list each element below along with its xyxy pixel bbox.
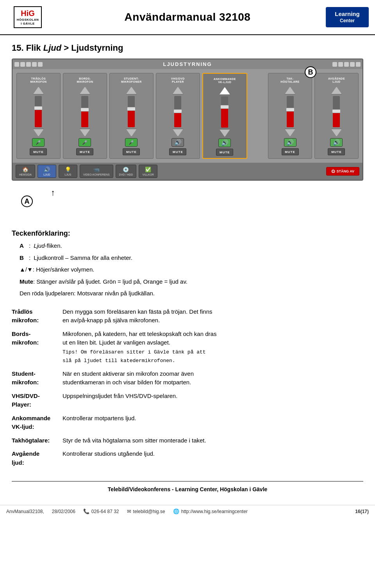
dot6 (332, 62, 337, 67)
channel-6-slider[interactable] (287, 96, 294, 127)
ui-diagram-wrapper: B LJUDSTYRNING (12, 59, 363, 210)
email-icon: ✉ (127, 508, 131, 514)
video-label: VIDEO-KONFERENS (83, 173, 110, 176)
channel-5-knob[interactable] (220, 105, 229, 109)
nav-ljud[interactable]: 🔊 LJUD (38, 165, 56, 178)
dot8 (344, 62, 349, 67)
channel-5-icon-btn[interactable]: 🔊 (218, 139, 231, 147)
channel-4-knob[interactable] (173, 109, 182, 113)
channel-2-down-btn[interactable] (79, 129, 90, 137)
def-takhog: Styr de två vita högtalarna som sitter m… (62, 434, 363, 448)
channel-7-icon-btn[interactable]: 🔊 (330, 138, 343, 147)
channel-5-slider[interactable] (221, 96, 228, 128)
channel-4-down-btn[interactable] (172, 129, 183, 137)
channel-1-icon-btn[interactable]: 🎤 (32, 138, 45, 147)
channel-4-icon-btn[interactable]: 🔊 (171, 138, 184, 147)
term-definitions-table: Trådlösmikrofon: Den mygga som föreläsar… (12, 305, 363, 470)
dot3 (26, 62, 31, 67)
nav-videokonferens[interactable]: 📹 VIDEO-KONFERENS (80, 165, 113, 178)
channel-3-mute[interactable]: MUTE (123, 148, 140, 155)
phone-icon: 📞 (83, 508, 89, 514)
footer-center: Telebild/Videokonferens - Learning Cente… (12, 481, 363, 497)
channel-1-up-btn[interactable] (33, 87, 44, 94)
channel-2-knob[interactable] (80, 108, 89, 112)
channel-6-down-btn[interactable] (285, 129, 296, 137)
dot9 (350, 62, 355, 67)
channel-2-mute[interactable]: MUTE (76, 148, 93, 155)
dot2 (20, 62, 25, 67)
channel-5-mute[interactable]: MUTE (216, 149, 233, 156)
arrow-up-icon: ↑ (51, 188, 55, 197)
channel-2-icon-btn[interactable]: 🎤 (79, 138, 91, 147)
phone-value: 026-64 87 32 (91, 509, 119, 514)
channel-label-3: STUDENT-MIKROFONER (121, 76, 142, 85)
mixer-channel-2: BORDS-MIKROFON 🎤 MUTE (63, 73, 107, 159)
channel-4-fill (174, 112, 181, 127)
term-student: Student-mikrofon: (12, 367, 62, 389)
channel-3-knob[interactable] (127, 107, 136, 111)
footer-page-num: 16(17) (355, 509, 369, 514)
page-footer-bar: AnvManual32108, 28/02/2006 📞 026-64 87 3… (0, 505, 375, 517)
channel-1-mute[interactable]: MUTE (30, 148, 47, 155)
footer-doc: AnvManual32108, (6, 509, 44, 514)
channel-3-down-btn[interactable] (126, 129, 137, 137)
term-row-ankommande: AnkommandeVK-ljud: Kontrollerar motparte… (12, 412, 363, 434)
channel-3-icon-btn[interactable]: 🎤 (125, 138, 138, 147)
channel-1-down-btn[interactable] (33, 129, 44, 137)
mic-icon-1: 🎤 (36, 140, 41, 145)
channel-3-fill (128, 109, 135, 127)
channel-label-1: TRÅDLÖSMIKROFON (30, 76, 46, 85)
learning-center-logo: Learning Center (326, 7, 369, 27)
channel-2-fill (81, 110, 88, 127)
channel-5-down-btn[interactable] (219, 129, 230, 137)
mixer-channel-7: AVGÅENDELJUD 🔊 MUTE (314, 73, 359, 159)
nav-ljus[interactable]: 💡 LJUS (59, 165, 77, 178)
channel-1-knob[interactable] (34, 106, 43, 110)
def-avgaende: Kontrollerar studions utgående ljud. (62, 447, 363, 469)
legend-b-text: Ljudkontroll – Samma för alla enheter. (34, 254, 132, 263)
channel-4-mute[interactable]: MUTE (169, 148, 186, 155)
dot1 (14, 62, 19, 67)
ui-titlebar-text: LJUDSTYRNING (163, 61, 212, 67)
channel-4-slider[interactable] (174, 96, 181, 127)
channel-5-up-btn[interactable] (219, 87, 230, 95)
nav-dvd-hdd[interactable]: 💿 DVD / HDD (116, 165, 137, 178)
channel-2-slider[interactable] (81, 96, 88, 127)
channel-label-4: VHS/DVDPLAYER (171, 76, 185, 85)
term-row-tradlos: Trådlösmikrofon: Den mygga som föreläsar… (12, 305, 363, 327)
page-title: Användarmanual 32108 (49, 11, 326, 23)
mixer-channel-1: TRÅDLÖSMIKROFON 🎤 MUTE (16, 73, 61, 159)
def-tradlos: Den mygga som föreläsaren kan fästa på t… (62, 305, 363, 327)
dot7 (338, 62, 343, 67)
ljus-label: LJUS (64, 173, 71, 176)
channel-7-knob[interactable] (332, 109, 341, 113)
channel-6-icon-btn[interactable]: 🔊 (284, 138, 296, 147)
channel-3-slider[interactable] (128, 96, 135, 127)
nav-hemsida[interactable]: 🏠 HEMSIDA (16, 165, 35, 178)
legend-a-text: Ljud-fliken. (34, 242, 62, 250)
nav-villkor[interactable]: ✅ VILLKOR (139, 165, 157, 178)
footer-date: 28/02/2006 (52, 509, 75, 514)
channel-6-knob[interactable] (286, 108, 295, 112)
channel-7-mute[interactable]: MUTE (328, 148, 345, 155)
channel-3-up-btn[interactable] (126, 87, 137, 94)
channel-2-up-btn[interactable] (79, 87, 90, 94)
hemsida-icon: 🏠 (22, 167, 29, 172)
legend-section: Teckenförklaring: A : Ljud-fliken. B : L… (12, 229, 363, 298)
channel-4-up-btn[interactable] (172, 87, 183, 94)
close-button[interactable]: ⏻ STÄNG AV (326, 167, 359, 176)
legend-items: A : Ljud-fliken. B : Ljudkontroll – Samm… (20, 242, 363, 298)
channel-label-5: ANKOMMANDEVK-LJUD (214, 76, 236, 85)
channel-7-up-btn[interactable] (331, 87, 342, 94)
channel-1-slider[interactable] (35, 96, 42, 127)
def-bords: Mikrofonen, på katedern, har ett telesko… (62, 327, 363, 367)
speaker-icon-6: 🔊 (286, 139, 294, 146)
section-heading: 15. Flik Ljud > Ljudstyrning (12, 43, 363, 53)
label-a-area: ↑ A (12, 188, 363, 210)
channel-6-mute[interactable]: MUTE (282, 148, 299, 155)
term-row-bords: Bords-mikrofon: Mikrofonen, på katedern,… (12, 327, 363, 367)
channel-6-up-btn[interactable] (285, 87, 296, 94)
channel-7-down-btn[interactable] (331, 129, 342, 137)
channel-7-slider[interactable] (333, 96, 340, 127)
channel-7-fill (333, 112, 340, 127)
